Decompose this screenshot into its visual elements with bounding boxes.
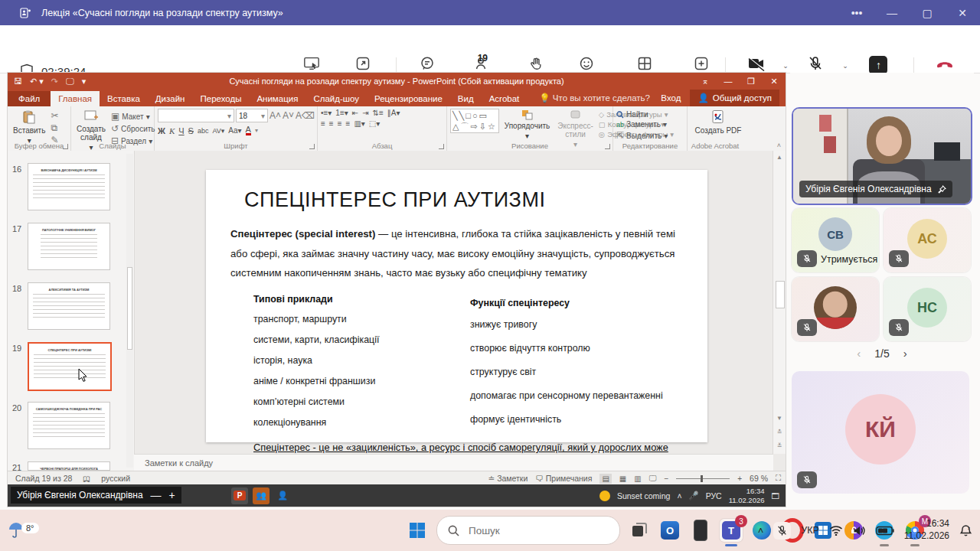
align-left-button[interactable]: ≡ [321, 119, 325, 128]
participant-tile-ns[interactable]: НС [884, 277, 971, 341]
tab-acrobat[interactable]: Acrobat [482, 91, 528, 106]
tray-clock[interactable]: 16:34 11.02.2026 [904, 518, 949, 542]
select-button[interactable]: ⇱Выделить ▾ [616, 130, 668, 141]
slide-editing-area[interactable]: СПЕЦІНТЕРЕС ПРИ АУТИЗМІ Спецінтерес (spe… [134, 151, 773, 454]
font-dialog-launcher[interactable] [309, 144, 315, 149]
presenter-notifications-icon[interactable]: 🗔 [772, 491, 780, 500]
main-video-tile[interactable]: Убірія Євгенія Олександрівна [792, 107, 972, 205]
underline-button[interactable]: Ч [178, 126, 184, 135]
strike-button[interactable]: S [188, 126, 194, 135]
zoom-out-icon[interactable]: − [664, 474, 668, 483]
font-color-button[interactable]: A [246, 126, 251, 135]
arrange-button[interactable]: Упорядочить▾ [502, 109, 553, 141]
tab-animations[interactable]: Анимация [249, 91, 305, 106]
slideshow-view-icon[interactable]: 🖵 [649, 474, 657, 483]
paragraph-dialog-launcher[interactable] [439, 144, 444, 149]
reading-view-icon[interactable]: ▥ [634, 474, 641, 483]
slideshow-icon[interactable]: 🖵 [66, 77, 74, 86]
notification-bell-icon[interactable]: z [959, 524, 972, 537]
thumbnail-scrollbar[interactable] [126, 154, 133, 468]
phone-link-icon[interactable] [689, 519, 712, 542]
presenter-lang[interactable]: РУС [706, 491, 722, 500]
weather-toast-icon[interactable] [599, 491, 610, 501]
smartart-button[interactable]: ⬚▾ [369, 119, 380, 128]
fit-slide-icon[interactable]: ⛶ [776, 474, 781, 483]
outlook-icon[interactable]: O [658, 519, 681, 542]
reset-button[interactable]: ↺Сбросить [111, 123, 155, 134]
paste-button[interactable]: Вставить▾ [11, 109, 47, 145]
shadow-button[interactable]: abc [198, 127, 209, 135]
tab-slideshow[interactable]: Слайд-шоу [305, 91, 367, 106]
sign-in-link[interactable]: Вход [661, 93, 681, 103]
bold-button[interactable]: Ж [158, 126, 165, 135]
zoom-in-icon[interactable]: + [737, 474, 742, 483]
page-prev-icon[interactable]: ‹ [857, 347, 861, 360]
share-zoom-in-icon[interactable]: + [169, 489, 175, 501]
align-center-button[interactable]: ≡ [329, 119, 334, 128]
teams-taskbar-icon[interactable]: T 3 [720, 519, 743, 542]
presenter-mic-icon[interactable]: 🎤 [689, 491, 699, 500]
notes-pane[interactable]: Заметки к слайду [134, 454, 773, 471]
scroll-up-icon[interactable]: ▲ [773, 154, 786, 161]
line-spacing-button[interactable]: ⇅≡ [373, 109, 384, 117]
taskbar-weather[interactable]: 8° [8, 521, 42, 540]
toast-text[interactable]: Sunset coming [617, 491, 670, 500]
find-button[interactable]: Найти [616, 110, 668, 119]
titlebar-more-icon[interactable]: ••• [839, 0, 874, 25]
collapse-ribbon-icon[interactable]: ˄ [777, 142, 781, 149]
quick-access-toolbar[interactable]: 🖫 ↶ ▾ ↷ 🖵 ▾ [14, 77, 86, 86]
replace-button[interactable]: abЗаменить ▾ [616, 120, 668, 129]
change-case-button[interactable]: Aa▾ [228, 126, 241, 135]
clear-format-icon[interactable]: A⌫ [296, 110, 315, 121]
align-right-button[interactable]: ≡ [338, 119, 342, 128]
cut-icon[interactable]: ✂ [51, 110, 58, 121]
search-input[interactable] [467, 524, 585, 537]
share-document-button[interactable]: 👤Общий доступ [690, 90, 779, 106]
slide-scrollbar[interactable]: ▲ ▼ ≛ ≚ [773, 151, 786, 454]
tray-mic-muted-icon[interactable] [773, 522, 791, 540]
scroll-down-icon[interactable]: ▼ [773, 415, 786, 422]
wifi-icon[interactable] [829, 525, 843, 536]
participant-tile-sv[interactable]: СВ Утримується [792, 208, 879, 272]
slide-thumbnail-panel[interactable]: 16 ВИКОНАВЧА ДИСФУНКЦІЯ І АУТИЗМ 17 ПАТО… [8, 151, 135, 471]
mic-chevron-icon[interactable]: ⌄ [842, 62, 848, 70]
save-icon[interactable]: 🖫 [14, 77, 22, 86]
undo-icon[interactable]: ↶ ▾ [30, 77, 44, 86]
ppt-restore-button[interactable]: ❐ [740, 73, 763, 90]
bullets-button[interactable]: •≡▾ [321, 109, 332, 117]
indent-button[interactable]: ⇥ [362, 109, 368, 117]
language-switcher[interactable]: УКР [801, 525, 819, 536]
task-view-icon[interactable] [628, 519, 651, 542]
presenter-teams-icon[interactable]: 👥 [253, 487, 270, 504]
tab-design[interactable]: Дизайн [148, 91, 193, 106]
comments-toggle[interactable]: 🗨 Примечания [535, 474, 592, 483]
maximize-button[interactable]: ▢ [910, 0, 945, 25]
tell-me-box[interactable]: 💡 Что вы хотите сделать? [531, 90, 658, 106]
outdent-button[interactable]: ⇤ [352, 109, 358, 117]
share-zoom-out-icon[interactable]: — [151, 489, 162, 501]
redo-icon[interactable]: ↷ [51, 77, 58, 86]
ppt-minimize-button[interactable]: — [717, 73, 740, 90]
notes-toggle[interactable]: ≐ Заметки [488, 474, 528, 483]
tab-home[interactable]: Главная [51, 91, 100, 106]
tab-review[interactable]: Рецензирование [367, 91, 450, 106]
page-next-icon[interactable]: › [903, 347, 907, 360]
customize-qat-icon[interactable]: ▾ [82, 77, 87, 86]
camera-chevron-icon[interactable]: ⌄ [782, 62, 789, 70]
start-button[interactable] [406, 519, 429, 542]
ribbon-display-icon[interactable]: ⌅ [694, 73, 717, 90]
language-indicator[interactable]: русский [101, 474, 130, 483]
font-size-combo[interactable]: 18▾ [236, 109, 268, 122]
layout-button[interactable]: ▣Макет ▾ [111, 111, 155, 122]
char-spacing-button[interactable]: AV▾ [212, 127, 224, 135]
shapes-gallery[interactable]: ╲╲□○▭△⌒⇨⇩☆ [450, 109, 499, 133]
normal-view-icon[interactable]: ▤ [599, 474, 611, 484]
slide-sorter-icon[interactable]: ▦ [619, 474, 626, 483]
columns-button[interactable]: ▥▾ [354, 119, 364, 128]
spellcheck-icon[interactable]: 🕮 [83, 474, 90, 483]
current-slide[interactable]: СПЕЦІНТЕРЕС ПРИ АУТИЗМІ Спецінтерес (spe… [206, 170, 707, 442]
grow-font-icon[interactable]: A˄ [270, 110, 281, 121]
presenter-tray-chevron-icon[interactable]: ˄ [677, 491, 681, 500]
minimize-button[interactable]: — [874, 0, 910, 25]
zoom-level[interactable]: 69 % [750, 474, 768, 483]
